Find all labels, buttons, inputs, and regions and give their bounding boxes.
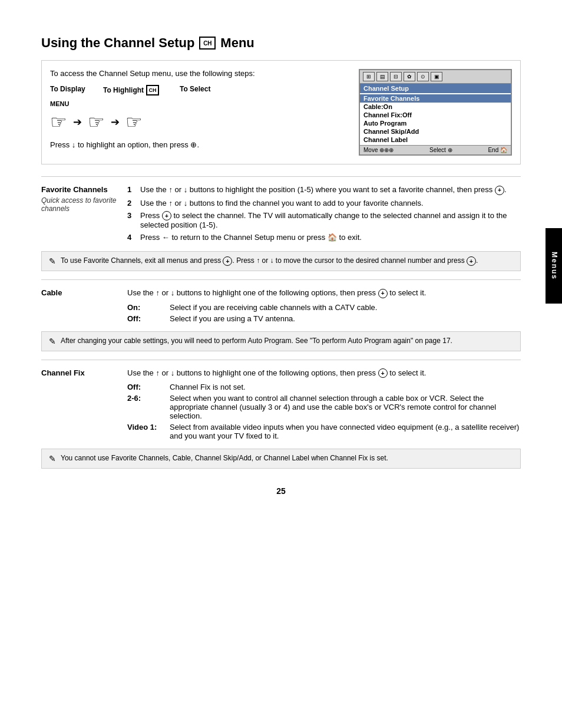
cable-on-label: On:	[127, 303, 163, 312]
btn-plus-2: +	[162, 211, 171, 220]
tv-item-4: Channel Skip/Add	[360, 127, 511, 136]
intro-box: To access the Channel Setup menu, use th…	[41, 60, 521, 164]
ch-icon: CH	[199, 37, 216, 50]
tv-item-0: Favorite Channels	[360, 94, 511, 103]
cable-off-text: Select if you are using a TV antenna.	[170, 314, 295, 323]
fav-label-italic: Quick access to favorite channels	[41, 196, 118, 213]
step-icons: MENU	[50, 100, 347, 108]
hand2-icon: ☞	[88, 111, 105, 133]
tv-icon-4: ✿	[404, 72, 415, 81]
cable-row: Cable Use the ↑ or ↓ buttons to highligh…	[41, 288, 521, 325]
fix-options: Off: Channel Fix is not set. 2-6: Select…	[127, 383, 521, 440]
arrow1: ➔	[73, 116, 82, 129]
tv-menu-mockup: ⊞ ▤ ⊟ ✿ ⊙ ▣ Channel Setup Favorite Chann…	[359, 69, 512, 156]
fix-off-row: Off: Channel Fix is not set.	[127, 383, 521, 391]
cable-off-row: Off: Select if you are using a TV antenn…	[127, 314, 521, 323]
fix-label-bold: Channel Fix	[41, 368, 118, 377]
fav-step-2: 2 Use the ↑ or ↓ buttons to find the cha…	[127, 199, 521, 207]
tv-item-5: Channel Label	[360, 136, 511, 144]
btn-cable: +	[378, 289, 388, 298]
fix-off-label: Off:	[127, 383, 163, 391]
intro-left: To access the Channel Setup menu, use th…	[50, 69, 347, 156]
fix-row: Channel Fix Use the ↑ or ↓ buttons to hi…	[41, 368, 521, 443]
cable-label-bold: Cable	[41, 288, 118, 297]
fav-row: Favorite Channels Quick access to favori…	[41, 185, 521, 245]
fix-video1-text: Select from available video inputs when …	[170, 423, 521, 440]
step2-label: To Highlight CH	[103, 85, 180, 95]
cable-options: On: Select if you are receiving cable ch…	[127, 303, 521, 323]
tv-item-1: Cable:On	[360, 103, 511, 111]
btn-plus-note2: +	[467, 256, 476, 266]
tv-menu-items: Favorite Channels Cable:On Channel Fix:O…	[360, 93, 511, 145]
btn-fix: +	[378, 368, 388, 378]
cable-note: ✎ After changing your cable settings, yo…	[41, 331, 521, 351]
tv-item-3: Auto Program	[360, 119, 511, 127]
page-number: 25	[41, 486, 521, 496]
cable-content: Use the ↑ or ↓ buttons to highlight one …	[127, 288, 521, 325]
fix-note: ✎ You cannot use Favorite Channels, Cabl…	[41, 449, 521, 469]
fix-description: Use the ↑ or ↓ buttons to highlight one …	[127, 368, 521, 378]
channel-fix-section: Channel Fix Use the ↑ or ↓ buttons to hi…	[41, 360, 521, 469]
cable-off-label: Off:	[127, 314, 163, 323]
step3-label: To Select	[180, 85, 233, 93]
fix-video1-row: Video 1: Select from available video inp…	[127, 423, 521, 440]
footer-end: End 🏠	[488, 147, 507, 153]
fav-step-1: 1 Use the ↑ or ↓ buttons to highlight th…	[127, 185, 521, 195]
tv-menu-title: Channel Setup	[360, 84, 511, 93]
fix-off-text: Channel Fix is not set.	[170, 383, 246, 391]
note-icon-1: ✎	[49, 256, 56, 266]
fav-content: 1 Use the ↑ or ↓ buttons to highlight th…	[127, 185, 521, 245]
arrow2: ➔	[111, 116, 120, 129]
fav-label-bold: Favorite Channels	[41, 185, 118, 194]
favorite-channels-section: Favorite Channels Quick access to favori…	[41, 176, 521, 271]
fix-26-label: 2-6:	[127, 394, 163, 403]
cable-on-row: On: Select if you are receiving cable ch…	[127, 303, 521, 312]
step-labels: To Display To Highlight CH To Select	[50, 85, 347, 95]
fix-26-text: Select when you want to control all chan…	[170, 394, 521, 420]
menu-label: MENU	[50, 100, 69, 107]
side-tab: Menus	[546, 228, 562, 304]
title-suffix: Menu	[220, 35, 254, 51]
fav-label: Favorite Channels Quick access to favori…	[41, 185, 118, 245]
page-title: Using the Channel Setup CH Menu	[41, 35, 521, 51]
tv-icon-5: ⊙	[417, 72, 429, 81]
cable-label: Cable	[41, 288, 118, 325]
cable-on-text: Select if you are receiving cable channe…	[170, 303, 377, 312]
tv-item-2: Channel Fix:Off	[360, 111, 511, 119]
tv-icon-2: ▤	[376, 72, 388, 81]
btn-plus-1: +	[495, 186, 504, 195]
title-text: Using the Channel Setup	[41, 35, 194, 51]
note-icon-2: ✎	[49, 337, 56, 346]
cable-note-text: After changing your cable settings, you …	[61, 337, 452, 346]
fav-note-text: To use Favorite Channels, exit all menus…	[61, 256, 478, 266]
btn-plus-note1: +	[223, 256, 232, 266]
highlight-icon: CH	[146, 85, 159, 95]
tv-icon-3: ⊟	[390, 72, 402, 81]
footer-move: Move ⊕⊕⊕	[363, 147, 394, 153]
tv-menu: ⊞ ▤ ⊟ ✿ ⊙ ▣ Channel Setup Favorite Chann…	[359, 69, 512, 156]
fix-note-text: You cannot use Favorite Channels, Cable,…	[61, 454, 388, 463]
tv-menu-footer: Move ⊕⊕⊕ Select ⊕ End 🏠	[360, 145, 511, 154]
footer-select: Select ⊕	[429, 147, 452, 153]
step1-label: To Display	[50, 85, 103, 93]
press-text: Press ↓ to highlight an option, then pre…	[50, 140, 347, 149]
fav-steps: 1 Use the ↑ or ↓ buttons to highlight th…	[127, 185, 521, 242]
hand1-icon: ☞	[50, 111, 67, 133]
fav-step-3: 3 Press + to select the channel. The TV …	[127, 211, 521, 230]
step-hands: ☞ ➔ ☞ ➔ ☞	[50, 111, 347, 133]
note-icon-3: ✎	[49, 454, 56, 463]
page-container: Using the Channel Setup CH Menu To acces…	[0, 0, 562, 531]
hand3-icon: ☞	[125, 111, 143, 133]
tv-icon-6: ▣	[431, 72, 442, 81]
cable-section: Cable Use the ↑ or ↓ buttons to highligh…	[41, 279, 521, 351]
fix-content: Use the ↑ or ↓ buttons to highlight one …	[127, 368, 521, 443]
fix-label: Channel Fix	[41, 368, 118, 443]
fav-note: ✎ To use Favorite Channels, exit all men…	[41, 251, 521, 271]
intro-text: To access the Channel Setup menu, use th…	[50, 69, 347, 78]
cable-description: Use the ↑ or ↓ buttons to highlight one …	[127, 288, 521, 298]
fix-26-row: 2-6: Select when you want to control all…	[127, 394, 521, 420]
tv-icon-1: ⊞	[363, 72, 375, 81]
fix-video1-label: Video 1:	[127, 423, 163, 431]
fav-step-4: 4 Press ← to return to the Channel Setup…	[127, 233, 521, 242]
tv-menu-icons: ⊞ ▤ ⊟ ✿ ⊙ ▣	[360, 70, 511, 84]
